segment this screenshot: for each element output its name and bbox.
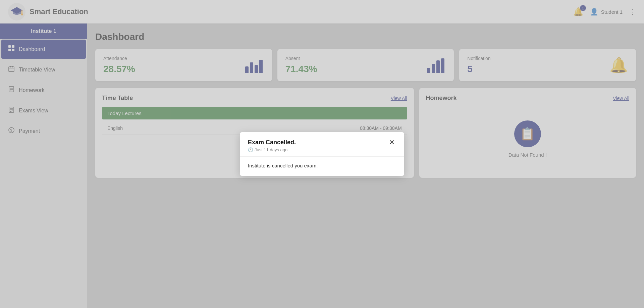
modal-overlay[interactable]: Exam Cancelled. 🕐 Just 11 days ago ✕ Ins… (0, 0, 644, 308)
modal-time: 🕐 Just 11 days ago (248, 147, 296, 152)
modal-dialog: Exam Cancelled. 🕐 Just 11 days ago ✕ Ins… (240, 132, 404, 176)
clock-icon: 🕐 (248, 147, 253, 152)
modal-header: Exam Cancelled. 🕐 Just 11 days ago ✕ (240, 132, 404, 157)
modal-body-text: Institute is cancelled you exam. (248, 163, 318, 168)
modal-time-text: Just 11 days ago (255, 147, 287, 152)
modal-title: Exam Cancelled. (248, 139, 296, 146)
modal-body: Institute is cancelled you exam. (240, 157, 404, 176)
modal-close-button[interactable]: ✕ (388, 139, 396, 146)
